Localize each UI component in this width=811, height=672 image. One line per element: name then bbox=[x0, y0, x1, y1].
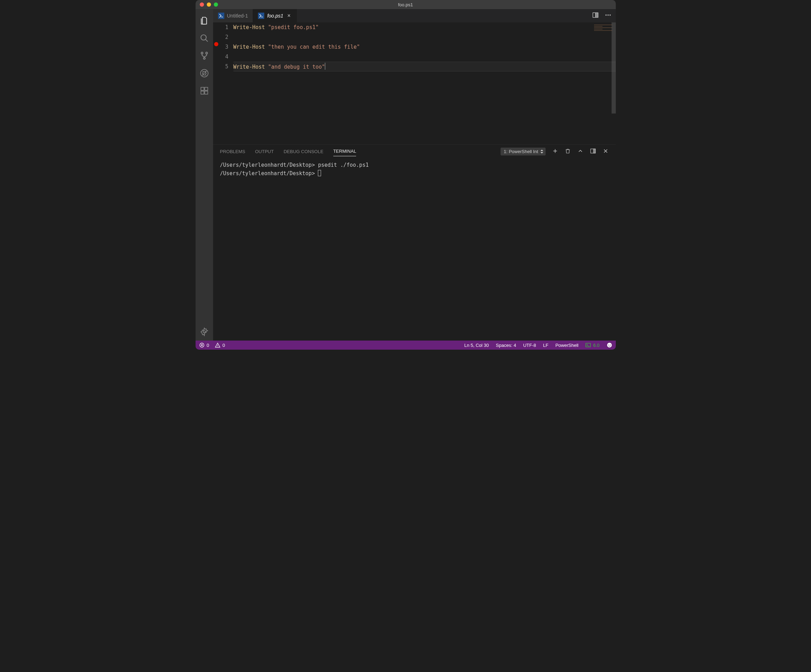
titlebar: foo.ps1 bbox=[195, 0, 616, 9]
svg-point-22 bbox=[610, 344, 611, 345]
explorer-icon[interactable] bbox=[195, 12, 213, 29]
svg-rect-9 bbox=[205, 91, 208, 94]
close-window-button[interactable] bbox=[200, 2, 204, 7]
tab-label: Untitled-1 bbox=[227, 13, 248, 19]
source-control-icon[interactable] bbox=[195, 47, 213, 64]
status-language-mode[interactable]: PowerShell bbox=[555, 343, 579, 348]
terminal-line: /Users/tylerleonhardt/Desktop> psedit ./… bbox=[220, 161, 609, 169]
status-bar: 0 0 Ln 5, Col 30 Spaces: 4 UTF-8 LF Powe… bbox=[195, 340, 616, 350]
more-actions-icon[interactable] bbox=[604, 12, 612, 20]
activity-bar bbox=[195, 9, 213, 340]
svg-point-1 bbox=[201, 52, 203, 54]
tab-problems[interactable]: PROBLEMS bbox=[220, 147, 245, 156]
status-eol[interactable]: LF bbox=[543, 343, 548, 348]
editor-scrollbar[interactable] bbox=[612, 22, 616, 144]
line-number: 5 bbox=[219, 62, 229, 71]
breakpoint-gutter[interactable] bbox=[213, 22, 219, 144]
minimap[interactable] bbox=[593, 24, 614, 38]
svg-point-14 bbox=[607, 14, 608, 15]
extensions-icon[interactable] bbox=[195, 82, 213, 100]
powershell-file-icon bbox=[258, 13, 264, 19]
svg-rect-12 bbox=[596, 13, 597, 17]
kill-terminal-icon[interactable] bbox=[565, 148, 571, 155]
tab-label: foo.ps1 bbox=[267, 13, 283, 19]
line-number: 3 bbox=[219, 42, 229, 52]
svg-point-13 bbox=[605, 14, 606, 15]
editor-tabs: Untitled-1 foo.ps1 × bbox=[213, 9, 616, 22]
line-number: 1 bbox=[219, 22, 229, 32]
status-warnings[interactable]: 0 bbox=[215, 342, 225, 348]
new-terminal-icon[interactable] bbox=[552, 148, 558, 155]
status-powershell-version[interactable]: 6.0 bbox=[585, 342, 599, 348]
settings-gear-icon[interactable] bbox=[195, 323, 213, 340]
window-title: foo.ps1 bbox=[195, 2, 616, 7]
search-icon[interactable] bbox=[195, 29, 213, 47]
status-cursor-position[interactable]: Ln 5, Col 30 bbox=[464, 343, 489, 348]
status-errors[interactable]: 0 bbox=[199, 342, 209, 348]
tab-foo-ps1[interactable]: foo.ps1 × bbox=[253, 9, 297, 22]
debug-icon[interactable] bbox=[195, 64, 213, 82]
tab-debug-console[interactable]: DEBUG CONSOLE bbox=[283, 147, 323, 156]
window-controls bbox=[195, 2, 218, 7]
close-tab-icon[interactable]: × bbox=[286, 13, 292, 19]
split-editor-icon[interactable] bbox=[592, 12, 599, 20]
svg-rect-7 bbox=[205, 87, 208, 90]
breakpoint-icon[interactable] bbox=[214, 42, 218, 46]
tab-output[interactable]: OUTPUT bbox=[255, 147, 274, 156]
close-panel-icon[interactable] bbox=[602, 148, 609, 155]
code-editor[interactable]: 1 2 3 4 5 Write-Host "psedit foo.ps1" Wr… bbox=[213, 22, 616, 144]
terminal-cursor bbox=[318, 170, 321, 176]
status-encoding[interactable]: UTF-8 bbox=[523, 343, 536, 348]
terminal-selector[interactable]: 1: PowerShell Int bbox=[501, 147, 545, 156]
minimize-window-button[interactable] bbox=[207, 2, 211, 7]
svg-point-3 bbox=[203, 58, 205, 59]
bottom-panel: PROBLEMS OUTPUT DEBUG CONSOLE TERMINAL 1… bbox=[213, 144, 616, 340]
svg-point-15 bbox=[609, 14, 611, 15]
svg-rect-19 bbox=[586, 344, 590, 347]
svg-rect-17 bbox=[593, 149, 595, 153]
line-number: 2 bbox=[219, 32, 229, 42]
code-content[interactable]: Write-Host "psedit foo.ps1" Write-Host "… bbox=[233, 22, 616, 144]
powershell-file-icon bbox=[218, 13, 224, 19]
svg-rect-8 bbox=[201, 91, 204, 94]
status-indentation[interactable]: Spaces: 4 bbox=[496, 343, 516, 348]
status-feedback-icon[interactable] bbox=[607, 342, 612, 348]
vscode-window: foo.ps1 bbox=[195, 0, 616, 350]
maximize-panel-icon[interactable] bbox=[577, 148, 584, 155]
tab-terminal[interactable]: TERMINAL bbox=[333, 146, 356, 156]
terminal[interactable]: /Users/tylerleonhardt/Desktop> psedit ./… bbox=[213, 158, 616, 340]
panel-tabs: PROBLEMS OUTPUT DEBUG CONSOLE TERMINAL 1… bbox=[213, 145, 616, 158]
tab-untitled-1[interactable]: Untitled-1 bbox=[213, 9, 253, 22]
svg-rect-6 bbox=[201, 87, 204, 90]
terminal-line: /Users/tylerleonhardt/Desktop> bbox=[220, 169, 609, 178]
line-number: 4 bbox=[219, 52, 229, 62]
editor-cursor bbox=[325, 63, 325, 70]
line-number-gutter: 1 2 3 4 5 bbox=[219, 22, 233, 144]
svg-point-0 bbox=[201, 35, 206, 40]
svg-point-20 bbox=[607, 343, 612, 347]
svg-point-21 bbox=[608, 344, 609, 345]
move-panel-icon[interactable] bbox=[590, 148, 596, 155]
svg-point-2 bbox=[206, 52, 207, 54]
zoom-window-button[interactable] bbox=[214, 2, 218, 7]
